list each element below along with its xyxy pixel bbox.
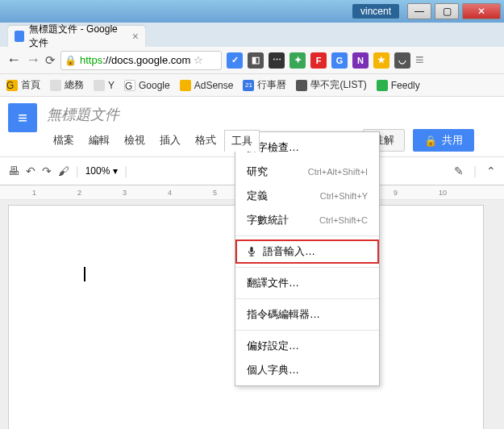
docs-header: ≡ 無標題文件 檔案 編輯 檢視 插入 格式 工具 表格 外掛程式 註解 🔒共用 xyxy=(0,97,504,152)
menu-insert[interactable]: 插入 xyxy=(153,130,187,151)
evernote-icon[interactable]: ✦ xyxy=(289,52,306,69)
bookmark-star-icon[interactable]: ☆ xyxy=(194,54,203,66)
share-button[interactable]: 🔒共用 xyxy=(413,129,474,152)
bookmark-icon: G xyxy=(6,80,18,91)
bookmark-item[interactable]: G首頁 xyxy=(6,78,40,92)
browser-tabstrip: 無標題文件 - Google 文件 × xyxy=(0,23,504,47)
docs-logo-icon[interactable]: ≡ xyxy=(8,103,37,132)
extension-icon[interactable]: ◧ xyxy=(248,52,264,69)
document-title[interactable]: 無標題文件 xyxy=(47,103,496,126)
extension-icon[interactable]: ✓ xyxy=(227,52,243,69)
menu-separator xyxy=(235,298,379,299)
menu-separator xyxy=(235,330,379,331)
menu-item-voice-typing[interactable]: 語音輸入… xyxy=(235,239,379,264)
onenote-icon[interactable]: N xyxy=(352,52,369,69)
bookmark-item[interactable]: 21行事曆 xyxy=(243,78,286,92)
bookmark-item[interactable]: 學不完(LIST) xyxy=(296,78,366,92)
docs-favicon xyxy=(15,31,24,42)
window-maximize-button[interactable]: ▢ xyxy=(435,3,459,19)
calendar-icon: 21 xyxy=(243,80,254,91)
bookmark-icon xyxy=(296,80,307,91)
bookmark-item[interactable]: AdSense xyxy=(180,80,234,91)
flipboard-icon[interactable]: F xyxy=(310,52,327,69)
menu-file[interactable]: 檔案 xyxy=(47,130,81,151)
menu-separator xyxy=(235,267,379,268)
tab-title: 無標題文件 - Google 文件 xyxy=(29,23,127,50)
window-close-button[interactable]: ✕ xyxy=(462,3,501,19)
user-badge: vincent xyxy=(352,4,399,19)
microphone-icon xyxy=(247,246,256,257)
browser-menu-icon[interactable]: ≡ xyxy=(415,52,424,69)
paint-format-icon[interactable]: 🖌 xyxy=(58,165,69,177)
bookmarks-bar: G首頁 總務 Y GGoogle AdSense 21行事曆 學不完(LIST)… xyxy=(0,74,504,97)
folder-icon xyxy=(50,80,61,91)
back-button[interactable]: ← xyxy=(6,52,21,69)
menu-item-personal-dictionary[interactable]: 個人字典… xyxy=(235,358,379,382)
menu-item-translate[interactable]: 翻譯文件… xyxy=(235,271,379,295)
bookmark-item[interactable]: Y xyxy=(94,80,115,91)
tab-close-icon[interactable]: × xyxy=(132,30,139,43)
bookmark-item[interactable]: 總務 xyxy=(50,78,84,92)
google-icon: G xyxy=(124,80,135,91)
extension-icon[interactable]: ⋯ xyxy=(269,52,285,69)
browser-toolbar: ← → ⟳ 🔒 https://docs.google.com ☆ ✓ ◧ ⋯ … xyxy=(0,47,504,74)
menu-item-define[interactable]: 定義Ctrl+Shift+Y xyxy=(235,184,379,208)
menu-item-research[interactable]: 研究Ctrl+Alt+Shift+I xyxy=(235,160,379,184)
folder-icon xyxy=(94,80,105,91)
bookmark-item[interactable]: Feedly xyxy=(377,80,420,91)
menu-item-script-editor[interactable]: 指令碼編輯器… xyxy=(235,302,379,327)
undo-icon[interactable]: ↶ xyxy=(26,165,35,177)
menu-item-preferences[interactable]: 偏好設定… xyxy=(235,334,379,358)
menu-view[interactable]: 檢視 xyxy=(118,130,152,151)
redo-icon[interactable]: ↷ xyxy=(42,165,52,177)
url-text: https://docs.google.com xyxy=(80,54,190,66)
extension-icon[interactable]: ★ xyxy=(373,52,389,69)
chevron-up-icon[interactable]: ⌃ xyxy=(486,165,496,177)
menu-edit[interactable]: 編輯 xyxy=(82,130,116,151)
pocket-icon[interactable]: ◡ xyxy=(394,52,410,69)
window-titlebar: vincent — ▢ ✕ xyxy=(0,0,504,23)
google-translate-icon[interactable]: G xyxy=(331,52,348,69)
adsense-icon xyxy=(180,80,191,91)
editing-mode-icon[interactable]: ✎ xyxy=(454,165,464,177)
menu-separator xyxy=(235,235,379,236)
lock-icon: 🔒 xyxy=(424,135,437,147)
menu-item-wordcount[interactable]: 字數統計Ctrl+Shift+C xyxy=(235,208,379,232)
browser-tab[interactable]: 無標題文件 - Google 文件 × xyxy=(8,26,145,47)
bookmark-item[interactable]: GGoogle xyxy=(124,80,170,91)
forward-button[interactable]: → xyxy=(26,52,40,69)
print-icon[interactable]: 🖶 xyxy=(8,165,19,177)
zoom-select[interactable]: 100% ▾ xyxy=(85,165,119,177)
tools-dropdown-menu: 拼字檢查… 研究Ctrl+Alt+Shift+I 定義Ctrl+Shift+Y … xyxy=(235,131,380,386)
lock-icon: 🔒 xyxy=(65,55,77,66)
menu-format[interactable]: 格式 xyxy=(189,130,223,151)
window-minimize-button[interactable]: — xyxy=(407,3,431,19)
svg-rect-0 xyxy=(250,247,253,252)
menu-tools[interactable]: 工具 xyxy=(224,130,260,152)
feedly-icon xyxy=(377,80,388,91)
reload-button[interactable]: ⟳ xyxy=(45,53,56,68)
address-bar[interactable]: 🔒 https://docs.google.com ☆ xyxy=(60,51,222,70)
text-cursor xyxy=(85,267,85,281)
